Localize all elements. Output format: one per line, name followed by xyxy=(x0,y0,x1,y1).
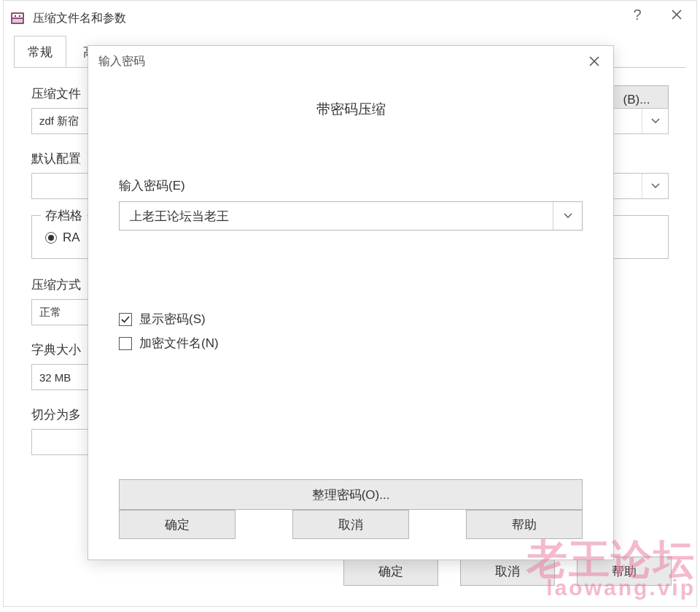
parent-ok-button[interactable]: 确定 xyxy=(343,557,438,586)
svg-rect-1 xyxy=(12,14,23,18)
parent-cancel-button[interactable]: 取消 xyxy=(460,557,555,586)
chevron-down-icon xyxy=(642,174,668,198)
modal-title: 输入密码 xyxy=(98,54,145,69)
encrypt-names-checkbox[interactable]: 加密文件名(N) xyxy=(119,335,583,352)
modal-cancel-button[interactable]: 取消 xyxy=(292,510,409,539)
svg-rect-2 xyxy=(12,19,23,23)
modal-heading: 带密码压缩 xyxy=(119,100,583,119)
checkbox-icon xyxy=(119,337,132,350)
password-input[interactable]: 上老王论坛当老王 xyxy=(119,201,583,231)
chevron-down-icon xyxy=(553,202,582,230)
modal-ok-button[interactable]: 确定 xyxy=(119,510,236,539)
modal-help-button[interactable]: 帮助 xyxy=(466,510,583,539)
modal-titlebar: 输入密码 xyxy=(88,46,613,77)
password-label: 输入密码(E) xyxy=(119,177,583,194)
checkbox-icon xyxy=(119,313,132,326)
parent-title: 压缩文件名和参数 xyxy=(33,11,126,26)
archive-name-value: zdf 新宿 xyxy=(39,115,79,128)
modal-footer: 确定 取消 帮助 xyxy=(119,510,583,539)
modal-close-button[interactable] xyxy=(580,49,609,74)
format-rar-radio[interactable]: RA xyxy=(45,231,80,245)
dict-value: 32 MB xyxy=(39,371,71,384)
archive-format-legend: 存档格 xyxy=(41,207,87,224)
help-button[interactable]: ? xyxy=(618,1,657,28)
close-button[interactable] xyxy=(657,1,696,28)
chevron-down-icon xyxy=(642,109,668,133)
winrar-icon xyxy=(9,10,26,26)
radio-dot-icon xyxy=(45,232,57,244)
organize-passwords-button[interactable]: 整理密码(O)... xyxy=(119,479,583,510)
parent-help-button[interactable]: 帮助 xyxy=(577,557,672,586)
show-password-checkbox[interactable]: 显示密码(S) xyxy=(119,311,583,328)
modal-body: 带密码压缩 输入密码(E) 上老王论坛当老王 显示密码(S) 加密文件名(N) … xyxy=(88,77,613,559)
parent-titlebar: 压缩文件名和参数 ? xyxy=(4,1,696,36)
password-dialog: 输入密码 带密码压缩 输入密码(E) 上老王论坛当老王 显示密码(S) 加密文件… xyxy=(88,45,614,560)
password-value: 上老王论坛当老王 xyxy=(130,208,229,225)
tab-general[interactable]: 常规 xyxy=(14,36,66,68)
svg-rect-3 xyxy=(15,15,16,17)
compression-value: 正常 xyxy=(39,306,61,319)
parent-footer: 确定 取消 帮助 xyxy=(14,557,686,586)
svg-rect-4 xyxy=(19,15,20,17)
